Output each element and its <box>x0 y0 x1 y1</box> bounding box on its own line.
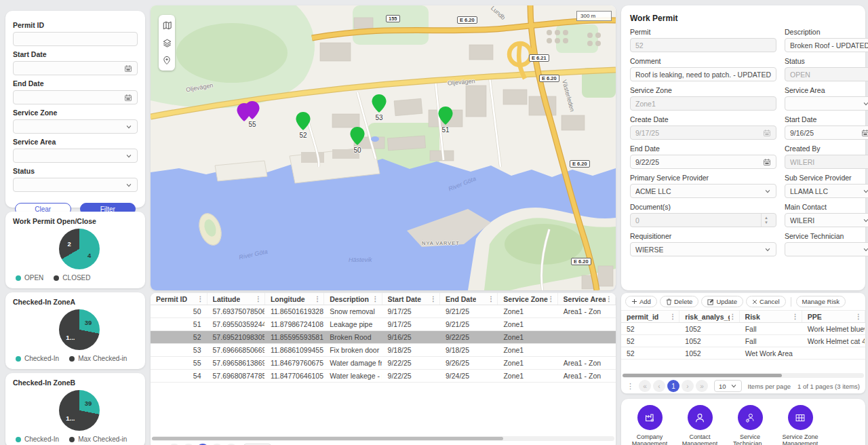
column-header[interactable]: Service Area⋮ <box>558 293 616 305</box>
column-header[interactable]: End Date⋮ <box>440 293 498 305</box>
chevron-down-icon[interactable] <box>764 188 771 195</box>
table-cell[interactable]: 57.6955035924441 <box>208 318 265 330</box>
table-cell[interactable]: 50 <box>151 305 208 317</box>
column-header[interactable]: PPE⋮ <box>802 311 865 322</box>
table-cell[interactable]: 9/22/25 <box>382 370 440 382</box>
table-cell[interactable]: Fix broken door <box>324 344 382 356</box>
table-cell[interactable]: 9/22/25 <box>382 357 440 369</box>
last-page-button[interactable]: » <box>696 380 708 392</box>
column-menu-icon[interactable]: ⋮ <box>548 295 555 303</box>
calendar-icon[interactable] <box>124 64 132 73</box>
table-cell[interactable]: 55 <box>151 357 208 369</box>
table-cell[interactable]: 9/24/25 <box>440 370 498 382</box>
service-zone-management-button[interactable]: Service Zone Management <box>781 405 819 445</box>
column-header[interactable]: risk_analys_group_id⋮ <box>679 311 739 322</box>
table-cell[interactable]: 52 <box>621 347 679 359</box>
table-cell[interactable]: 9/22/25 <box>440 331 498 343</box>
table-cell[interactable] <box>558 318 616 330</box>
calendar-icon[interactable] <box>861 129 868 137</box>
column-menu-icon[interactable]: ⋮ <box>430 295 437 303</box>
table-cell[interactable]: 11.8467976067543 <box>265 357 324 369</box>
field-input[interactable]: 9/16/25 <box>785 125 868 140</box>
spinner-buttons[interactable]: ▲▼ <box>761 214 771 227</box>
table-cell[interactable]: 53 <box>151 344 208 356</box>
manage-risk-button[interactable]: Manage Risk <box>796 296 846 307</box>
legend-item[interactable]: Max Checked-in <box>69 436 127 443</box>
table-row[interactable]: 5557.696586138691811.8467976067543Water … <box>151 357 616 370</box>
column-menu-icon[interactable]: ⋮ <box>372 295 379 303</box>
table-cell[interactable]: Zone1 <box>498 357 557 369</box>
table-cell[interactable]: Zone1 <box>498 370 557 382</box>
next-page-button[interactable]: › <box>682 380 694 392</box>
delete-button[interactable]: Delete <box>660 296 698 307</box>
update-button[interactable]: Update <box>701 296 743 307</box>
table-cell[interactable]: Wet Work Area <box>740 347 802 359</box>
table-cell[interactable]: 54 <box>151 370 208 382</box>
table-cell[interactable]: Water damage from … <box>324 357 382 369</box>
table-cell[interactable]: 57.6966685066952 <box>208 344 265 356</box>
table-cell[interactable]: 9/18/25 <box>382 344 440 356</box>
horizontal-scrollbar[interactable] <box>152 436 614 441</box>
field-input[interactable]: WIERSE <box>630 242 776 256</box>
page-size-select[interactable]: 10 <box>714 380 742 392</box>
layers-button[interactable] <box>159 35 174 50</box>
column-menu-icon[interactable]: ⋮ <box>255 295 262 303</box>
table-cell[interactable]: 9/26/25 <box>440 357 498 369</box>
table-cell[interactable]: Area1 - Zon <box>558 357 616 369</box>
column-header[interactable]: Risk⋮ <box>740 311 802 322</box>
table-cell[interactable]: 9/16/25 <box>382 331 440 343</box>
table-cell[interactable]: 1052 <box>679 347 739 359</box>
table-cell[interactable]: 11.8559559358148 <box>265 331 324 343</box>
horizontal-scrollbar[interactable] <box>623 373 864 378</box>
map[interactable]: 300 m 155E 6.20E 6.21E 6.20E 6.20E 6.20O… <box>151 5 616 290</box>
legend-item[interactable]: Checked-In <box>16 436 59 443</box>
field-input[interactable]: Roof is leaking, need to patch. - UPDATE… <box>630 67 776 81</box>
table-row[interactable]: 521052FallWork Helmet bluewear <box>621 323 865 335</box>
table-cell[interactable]: 11.8798672410882 <box>265 318 324 330</box>
chevron-down-icon[interactable] <box>863 100 868 107</box>
table-cell[interactable]: 1052 <box>679 335 739 347</box>
table-cell[interactable]: 57.6965861386918 <box>208 357 265 369</box>
table-cell[interactable]: Work Helmet cat 4 <box>802 335 865 347</box>
locate-button[interactable] <box>159 53 174 68</box>
column-header[interactable]: Latitude⋮ <box>208 293 265 305</box>
company-management-button[interactable]: Company Management <box>631 405 669 445</box>
field-input[interactable]: Broken Roof - UPDATED <box>785 38 868 52</box>
table-cell[interactable]: 11.8650161932854 <box>265 305 324 317</box>
table-row[interactable]: 521052FallWork Helmet cat 4 <box>621 335 865 347</box>
table-cell[interactable]: 57.6937507850612 <box>208 305 265 317</box>
table-cell[interactable]: 11.8477064610561 <box>265 370 324 382</box>
field-input[interactable] <box>785 242 868 256</box>
table-cell[interactable]: Zone1 <box>498 331 557 343</box>
column-header[interactable]: permit_id⋮ <box>621 311 679 322</box>
table-cell[interactable]: 57.6968087478512 <box>208 370 265 382</box>
table-cell[interactable]: 52 <box>621 335 679 347</box>
table-cell[interactable]: 9/21/25 <box>440 305 498 317</box>
table-cell[interactable]: 9/17/25 <box>382 305 440 317</box>
column-menu-icon[interactable]: ⋮ <box>606 295 612 303</box>
column-menu-icon[interactable]: ⋮ <box>488 295 494 303</box>
column-header[interactable]: Permit ID⋮ <box>151 293 208 305</box>
column-header[interactable]: Longitude⋮ <box>265 293 324 305</box>
table-cell[interactable]: 52 <box>621 323 679 334</box>
table-cell[interactable]: Water leakege - pipe <box>324 370 382 382</box>
chevron-down-icon[interactable] <box>764 246 771 253</box>
table-cell[interactable]: Zone1 <box>498 344 557 356</box>
table-cell[interactable]: 9/21/25 <box>440 318 498 330</box>
table-cell[interactable] <box>558 331 616 343</box>
page-1-button[interactable]: 1 <box>667 380 679 392</box>
map-style-button[interactable] <box>159 18 174 33</box>
add-button[interactable]: Add <box>625 296 657 307</box>
cancel-button[interactable]: Cancel <box>746 296 786 307</box>
legend-item[interactable]: Max Checked-in <box>69 355 127 362</box>
field-input[interactable]: LLAMA LLC <box>785 184 868 198</box>
table-row[interactable]: 5357.696668506695211.8686109945548Fix br… <box>151 344 616 357</box>
legend-item[interactable]: Checked-In <box>16 355 59 362</box>
chevron-down-icon[interactable] <box>863 217 868 224</box>
calendar-icon[interactable] <box>763 129 771 137</box>
calendar-icon[interactable] <box>124 94 132 102</box>
table-cell[interactable]: Zone1 <box>498 318 557 330</box>
status-select[interactable] <box>13 178 138 192</box>
table-cell[interactable]: 9/17/25 <box>382 318 440 330</box>
map-canvas[interactable] <box>151 5 616 290</box>
